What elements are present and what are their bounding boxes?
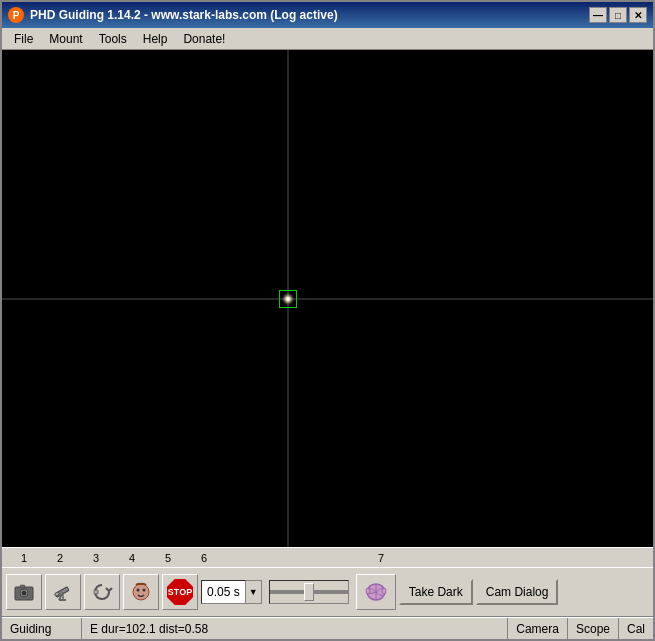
svg-point-12 xyxy=(143,589,146,592)
guide-star-button[interactable] xyxy=(123,574,159,610)
exposure-control: 0.05 s ▼ xyxy=(201,580,262,604)
loop-icon xyxy=(91,581,113,603)
tool-num-5: 5 xyxy=(150,552,186,564)
slider-thumb[interactable] xyxy=(304,583,314,601)
svg-point-11 xyxy=(137,589,140,592)
loop-button[interactable] xyxy=(84,574,120,610)
stop-button[interactable]: STOP xyxy=(162,574,198,610)
svg-point-2 xyxy=(22,591,27,596)
svg-point-14 xyxy=(366,588,370,594)
camera-view xyxy=(2,50,653,547)
crosshair-horizontal xyxy=(2,298,653,299)
tool-num-8: 7 xyxy=(356,552,406,564)
slider-track xyxy=(270,590,348,594)
take-dark-button[interactable]: Take Dark xyxy=(399,579,473,605)
exposure-value[interactable]: 0.05 s xyxy=(201,580,246,604)
camera-icon xyxy=(13,581,35,603)
stop-icon: STOP xyxy=(167,579,193,605)
window-controls: — □ ✕ xyxy=(589,7,647,23)
exposure-dropdown-button[interactable]: ▼ xyxy=(246,580,262,604)
minimize-button[interactable]: — xyxy=(589,7,607,23)
star-indicator xyxy=(286,297,290,301)
guide-star-icon xyxy=(130,581,152,603)
menu-file[interactable]: File xyxy=(6,30,41,48)
brain-icon xyxy=(362,578,390,606)
status-cal: Cal xyxy=(619,618,653,639)
status-exposure: E dur=102.1 dist=0.58 xyxy=(82,618,508,639)
menu-donate[interactable]: Donate! xyxy=(175,30,233,48)
telescope-icon xyxy=(52,581,74,603)
toolbar-numbers: 1 2 3 4 5 6 7 xyxy=(2,547,653,567)
open-camera-button[interactable] xyxy=(6,574,42,610)
status-camera: Camera xyxy=(508,618,568,639)
tool-num-6: 6 xyxy=(186,552,222,564)
status-bar: Guiding E dur=102.1 dist=0.58 Camera Sco… xyxy=(2,617,653,639)
title-text: PHD Guiding 1.14.2 - www.stark-labs.com … xyxy=(30,8,338,22)
status-scope: Scope xyxy=(568,618,619,639)
gain-slider[interactable] xyxy=(269,580,349,604)
menu-bar: File Mount Tools Help Donate! xyxy=(2,28,653,50)
app-icon: P xyxy=(8,7,24,23)
maximize-button[interactable]: □ xyxy=(609,7,627,23)
close-button[interactable]: ✕ xyxy=(629,7,647,23)
connect-telescope-button[interactable] xyxy=(45,574,81,610)
svg-point-15 xyxy=(382,588,386,594)
tool-num-3: 3 xyxy=(78,552,114,564)
star-selection-box xyxy=(279,290,297,308)
toolbar: STOP 0.05 s ▼ xyxy=(2,567,653,617)
menu-help[interactable]: Help xyxy=(135,30,176,48)
title-bar: P PHD Guiding 1.14.2 - www.stark-labs.co… xyxy=(2,2,653,28)
tool-num-4: 4 xyxy=(114,552,150,564)
menu-mount[interactable]: Mount xyxy=(41,30,90,48)
brain-button[interactable] xyxy=(356,574,396,610)
tool-num-1: 1 xyxy=(6,552,42,564)
svg-rect-9 xyxy=(94,590,98,594)
tool-num-2: 2 xyxy=(42,552,78,564)
cam-dialog-button[interactable]: Cam Dialog xyxy=(476,579,559,605)
svg-rect-3 xyxy=(20,585,25,588)
app-window: P PHD Guiding 1.14.2 - www.stark-labs.co… xyxy=(0,0,655,641)
svg-point-10 xyxy=(133,584,149,600)
menu-tools[interactable]: Tools xyxy=(91,30,135,48)
title-bar-left: P PHD Guiding 1.14.2 - www.stark-labs.co… xyxy=(8,7,338,23)
status-guiding: Guiding xyxy=(2,618,82,639)
